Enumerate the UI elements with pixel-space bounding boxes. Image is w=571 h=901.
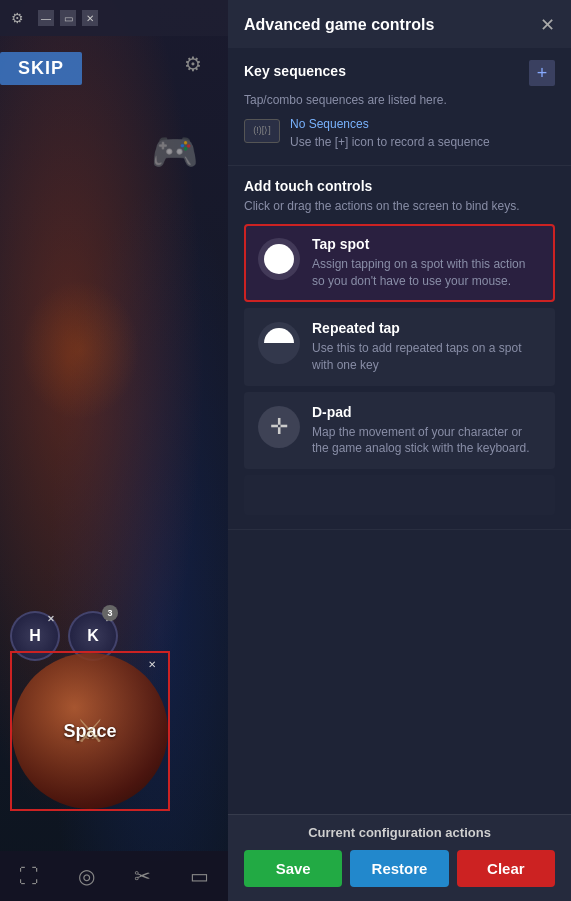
bottom-toolbar: ⛶ ◎ ✂ ▭ <box>0 851 228 901</box>
screen-icon[interactable]: ▭ <box>190 864 209 888</box>
repeated-tap-title: Repeated tap <box>312 320 541 336</box>
add-sequence-button[interactable]: + <box>529 60 555 86</box>
repeated-tap-icon-shape <box>264 328 294 358</box>
panel-close-button[interactable]: ✕ <box>540 14 555 36</box>
location-icon[interactable]: ◎ <box>78 864 95 888</box>
space-label: Space <box>63 721 116 742</box>
dpad-title: D-pad <box>312 404 541 420</box>
save-button[interactable]: Save <box>244 850 342 887</box>
settings-icon[interactable]: ⚙ <box>184 52 212 80</box>
right-panel: Advanced game controls ✕ Key sequences +… <box>228 0 571 901</box>
tap-spot-desc: Assign tapping on a spot with this actio… <box>312 256 541 290</box>
close-window-button[interactable]: ✕ <box>82 10 98 26</box>
dpad-card[interactable]: ✛ D-pad Map the movement of your charact… <box>244 392 555 470</box>
config-actions-title: Current configuration actions <box>244 825 555 840</box>
touch-controls-desc: Click or drag the actions on the screen … <box>244 198 555 215</box>
tap-spot-icon-circle <box>264 244 294 274</box>
touch-controls-title: Add touch controls <box>244 178 555 194</box>
space-button-container: ✕ ⚔ Space <box>10 651 170 811</box>
key-sequences-title: Key sequences <box>244 63 346 79</box>
maximize-button[interactable]: ▭ <box>60 10 76 26</box>
hud-k-badge: 3 <box>102 605 118 621</box>
repeated-tap-desc: Use this to add repeated taps on a spot … <box>312 340 541 374</box>
tap-spot-icon <box>258 238 300 280</box>
hud-h-label: H <box>29 627 41 645</box>
restore-button[interactable]: Restore <box>350 850 448 887</box>
repeated-tap-card[interactable]: Repeated tap Use this to add repeated ta… <box>244 308 555 386</box>
no-sequences-label: No Sequences <box>290 117 555 131</box>
gamepad-icon: 🎮 <box>151 130 198 174</box>
tap-spot-title: Tap spot <box>312 236 541 252</box>
dpad-desc: Map the movement of your character or th… <box>312 424 541 458</box>
sequence-icon: (!)[⟩] <box>244 119 280 143</box>
game-character <box>20 280 140 420</box>
space-button[interactable]: ✕ ⚔ Space <box>12 653 168 809</box>
key-sequences-desc: Tap/combo sequences are listed here. <box>244 93 447 107</box>
fullscreen-icon[interactable]: ⛶ <box>19 865 39 888</box>
panel-header: Advanced game controls ✕ <box>228 0 571 48</box>
dpad-body: D-pad Map the movement of your character… <box>312 404 541 458</box>
remove-icon: ✕ <box>148 659 156 670</box>
window-controls: — ▭ ✕ <box>38 10 98 26</box>
remove-icon: ✕ <box>47 614 55 624</box>
key-sequences-section: Key sequences + Tap/combo sequences are … <box>228 48 571 166</box>
dpad-icon: ✛ <box>258 406 300 448</box>
skip-button[interactable]: SKIP <box>0 52 82 85</box>
clear-button[interactable]: Clear <box>457 850 555 887</box>
title-bar: ⚙ — ▭ ✕ <box>0 0 228 36</box>
partial-card <box>244 475 555 515</box>
minimize-button[interactable]: — <box>38 10 54 26</box>
panel-title: Advanced game controls <box>244 16 434 34</box>
no-sequences-row: (!)[⟩] No Sequences Use the [+] icon to … <box>244 109 555 153</box>
dpad-icon-symbol: ✛ <box>270 414 288 440</box>
tap-spot-card[interactable]: Tap spot Assign tapping on a spot with t… <box>244 224 555 302</box>
repeated-tap-body: Repeated tap Use this to add repeated ta… <box>312 320 541 374</box>
game-panel: ⚙ — ▭ ✕ SKIP ⚙ 🎮 ✕ H ✕ 3 K ✕ ⚔ Space <box>0 0 228 901</box>
no-sequences-description: Use the [+] icon to record a sequence <box>290 134 555 151</box>
no-seq-text: No Sequences Use the [+] icon to record … <box>290 117 555 151</box>
touch-controls-section: Add touch controls Click or drag the act… <box>228 166 571 531</box>
key-sequences-header: Key sequences + <box>244 60 555 86</box>
panel-content: Key sequences + Tap/combo sequences are … <box>228 48 571 814</box>
tap-spot-body: Tap spot Assign tapping on a spot with t… <box>312 236 541 290</box>
config-footer: Current configuration actions Save Resto… <box>228 814 571 901</box>
footer-buttons: Save Restore Clear <box>244 850 555 887</box>
hud-k-label: K <box>87 627 99 645</box>
seq-icon-text: (!)[⟩] <box>253 126 271 135</box>
gear-icon[interactable]: ⚙ <box>8 9 26 27</box>
repeated-tap-icon <box>258 322 300 364</box>
scissors-icon[interactable]: ✂ <box>134 864 151 888</box>
